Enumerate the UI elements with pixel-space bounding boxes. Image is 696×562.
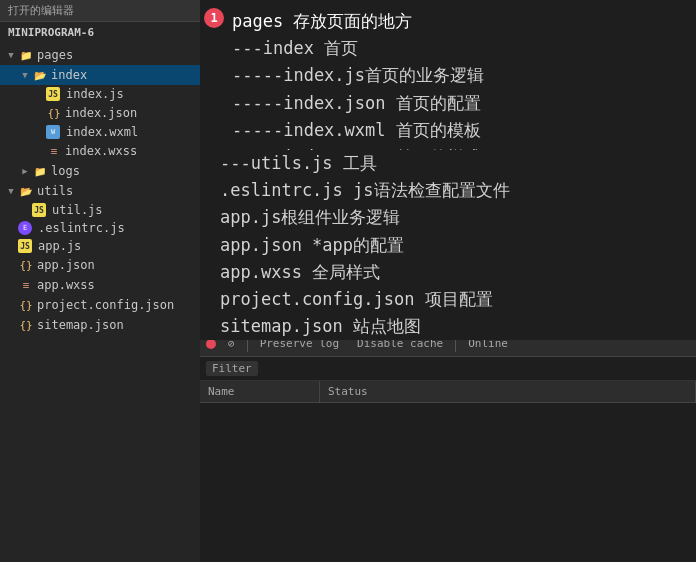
label-sitemap: sitemap.json	[37, 318, 124, 332]
tree-item-app-json[interactable]: {} app.json	[0, 255, 200, 275]
line-13: app.wxss 全局样式	[200, 259, 696, 286]
label-eslintrc: .eslintrc.js	[38, 221, 125, 235]
wxml-icon-index-wxml: W	[46, 125, 60, 139]
tree-item-eslintrc[interactable]: E .eslintrc.js	[0, 219, 200, 237]
js-icon-util-js: JS	[32, 203, 46, 217]
js-icon-index-js: JS	[46, 87, 60, 101]
label-index-wxss: index.wxss	[65, 144, 137, 158]
sidebar-title: 打开的编辑器	[0, 0, 200, 22]
eslint-icon: E	[18, 221, 32, 235]
tree-item-index-json[interactable]: {} index.json	[0, 103, 200, 123]
line-2: ---index 首页	[212, 35, 684, 62]
folder-icon-utils: 📂	[18, 183, 34, 199]
label-app-json: app.json	[37, 258, 95, 272]
json-icon-sitemap: {}	[18, 317, 34, 333]
label-pages: pages	[37, 48, 73, 62]
main-area: 1 pages 存放页面的地方 ---index 首页 -----index.j…	[200, 0, 696, 562]
line-14: project.config.json 项目配置	[200, 286, 696, 313]
folder-icon-index: 📂	[32, 67, 48, 83]
line-1: pages 存放页面的地方	[212, 8, 684, 35]
tree-item-util-js[interactable]: JS util.js	[0, 201, 200, 219]
label-project-config: project.config.json	[37, 298, 174, 312]
label-index-wxml: index.wxml	[66, 125, 138, 139]
label-index-js: index.js	[66, 87, 124, 101]
wxss-icon-index-wxss: ≡	[46, 143, 62, 159]
label-logs: logs	[51, 164, 80, 178]
label-utils: utils	[37, 184, 73, 198]
tree-item-logs[interactable]: ▶ 📁 logs	[0, 161, 200, 181]
js-icon-app-js: JS	[18, 239, 32, 253]
arrow-index: ▼	[18, 70, 32, 80]
json-icon-project-config: {}	[18, 297, 34, 313]
tree-item-utils[interactable]: ▼ 📂 utils	[0, 181, 200, 201]
tree-item-index[interactable]: ▼ 📂 index	[0, 65, 200, 85]
filter-bar: Filter	[200, 357, 696, 381]
tree-item-index-wxss[interactable]: ≡ index.wxss	[0, 141, 200, 161]
col-status: Status	[320, 381, 696, 402]
label-app-js: app.js	[38, 239, 81, 253]
json-icon-index-json: {}	[46, 105, 62, 121]
devtools-panel: 调试 Wxml Console Sources Network Memo 40 …	[200, 302, 696, 562]
arrow-logs: ▶	[18, 166, 32, 176]
filter-label: Filter	[206, 361, 258, 376]
editor-lines-lower: ---utils.js 工具 .eslintrc.js js语法检查配置文件 a…	[200, 150, 696, 340]
tree-item-app-wxss[interactable]: ≡ app.wxss	[0, 275, 200, 295]
line-10: .eslintrc.js js语法检查配置文件	[200, 177, 696, 204]
line-5: -----index.wxml 首页的模板	[212, 117, 684, 144]
network-table-header: Name Status	[200, 381, 696, 403]
tree-item-pages[interactable]: ▼ 📁 pages	[0, 45, 200, 65]
sidebar: 打开的编辑器 MINIPROGRAM-6 ▼ 📁 pages ▼ 📂 index…	[0, 0, 200, 562]
arrow-utils: ▼	[4, 186, 18, 196]
folder-icon-logs: 📁	[32, 163, 48, 179]
label-index: index	[51, 68, 87, 82]
project-name: MINIPROGRAM-6	[0, 22, 200, 43]
filter-input[interactable]	[262, 363, 690, 375]
line-15: sitemap.json 站点地图	[200, 313, 696, 340]
line-badge: 1	[204, 8, 224, 28]
file-tree: ▼ 📁 pages ▼ 📂 index JS index.js {} index…	[0, 43, 200, 562]
tree-item-index-js[interactable]: JS index.js	[0, 85, 200, 103]
arrow-pages: ▼	[4, 50, 18, 60]
tree-item-sitemap[interactable]: {} sitemap.json	[0, 315, 200, 335]
tree-item-app-js[interactable]: JS app.js	[0, 237, 200, 255]
label-app-wxss: app.wxss	[37, 278, 95, 292]
label-index-json: index.json	[65, 106, 137, 120]
line-3: -----index.js首页的业务逻辑	[212, 62, 684, 89]
label-util-js: util.js	[52, 203, 103, 217]
tree-item-project-config[interactable]: {} project.config.json	[0, 295, 200, 315]
wxss-icon-app-wxss: ≡	[18, 277, 34, 293]
tree-item-index-wxml[interactable]: W index.wxml	[0, 123, 200, 141]
line-12: app.json *app的配置	[200, 232, 696, 259]
line-11: app.js根组件业务逻辑	[200, 204, 696, 231]
folder-icon-pages: 📁	[18, 47, 34, 63]
line-4: -----index.json 首页的配置	[212, 90, 684, 117]
network-table-body	[200, 403, 696, 562]
col-name: Name	[200, 381, 320, 402]
line-9: ---utils.js 工具	[200, 150, 696, 177]
json-icon-app-json: {}	[18, 257, 34, 273]
